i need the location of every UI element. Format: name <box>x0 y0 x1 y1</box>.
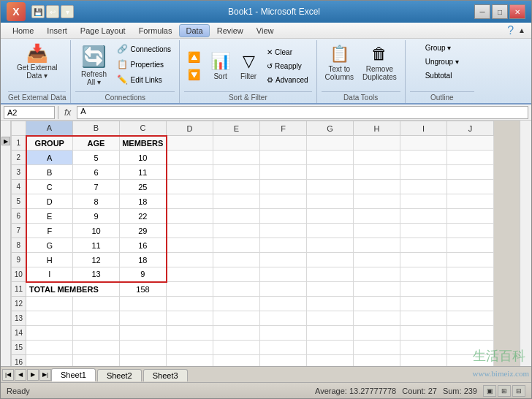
col-header-j[interactable]: J <box>447 121 494 136</box>
table-row[interactable]: 13 <box>73 267 120 282</box>
row-number-8[interactable]: 8 <box>12 238 26 253</box>
page-layout-view-btn[interactable]: ⊞ <box>498 385 511 397</box>
table-row[interactable] <box>400 180 447 194</box>
sheet-tab-sheet3[interactable]: Sheet3 <box>143 369 188 381</box>
table-row[interactable] <box>167 253 213 267</box>
menu-data[interactable]: Data <box>179 24 209 37</box>
table-row[interactable] <box>213 136 260 151</box>
table-row[interactable] <box>447 238 494 253</box>
table-row[interactable] <box>307 151 354 165</box>
table-row[interactable] <box>400 209 447 224</box>
table-row[interactable]: AGE <box>73 136 120 151</box>
reapply-button[interactable]: ↺ Reapply <box>263 60 311 72</box>
table-row[interactable] <box>260 238 307 253</box>
sheet-tab-sheet1[interactable]: Sheet1 <box>51 368 96 381</box>
menu-home[interactable]: Home <box>7 25 39 37</box>
prev-sheet-btn[interactable]: ◀ <box>15 369 26 381</box>
table-row[interactable] <box>167 238 213 253</box>
ungroup-button[interactable]: Ungroup ▾ <box>422 56 463 68</box>
table-row[interactable] <box>447 355 494 367</box>
table-row[interactable] <box>260 180 307 194</box>
table-row[interactable] <box>447 209 494 224</box>
table-row[interactable] <box>167 194 213 209</box>
table-row[interactable] <box>307 297 354 311</box>
table-row[interactable] <box>447 311 494 326</box>
table-row[interactable]: B <box>26 165 73 180</box>
table-row[interactable] <box>447 224 494 238</box>
table-row[interactable] <box>307 209 354 224</box>
table-row[interactable]: 9 <box>73 209 120 224</box>
table-row[interactable] <box>260 151 307 165</box>
table-row[interactable]: GROUP <box>26 136 73 151</box>
table-row[interactable] <box>167 224 213 238</box>
table-row[interactable]: F <box>26 224 73 238</box>
table-row[interactable] <box>400 224 447 238</box>
table-row[interactable] <box>307 136 354 151</box>
table-row[interactable]: 22 <box>120 209 167 224</box>
table-row[interactable] <box>354 341 400 355</box>
table-row[interactable] <box>354 355 400 367</box>
table-row[interactable] <box>213 238 260 253</box>
table-row[interactable] <box>354 224 400 238</box>
table-row[interactable] <box>167 355 213 367</box>
table-row[interactable]: E <box>26 209 73 224</box>
ribbon-toggle[interactable]: ▲ <box>518 26 525 34</box>
row-number-3[interactable]: 3 <box>12 165 26 180</box>
table-row[interactable] <box>167 311 213 326</box>
table-row[interactable] <box>400 282 447 297</box>
table-row[interactable]: 11 <box>73 238 120 253</box>
table-row[interactable] <box>447 136 494 151</box>
last-sheet-btn[interactable]: ▶| <box>39 369 51 381</box>
table-row[interactable] <box>260 282 307 297</box>
table-row[interactable] <box>400 238 447 253</box>
table-row[interactable] <box>307 341 354 355</box>
table-row[interactable]: G <box>26 238 73 253</box>
sort-button[interactable]: 📊 Sort <box>207 49 234 83</box>
table-row[interactable] <box>447 165 494 180</box>
table-row[interactable]: 16 <box>120 238 167 253</box>
table-row[interactable] <box>260 224 307 238</box>
table-row[interactable] <box>447 180 494 194</box>
table-row[interactable] <box>307 180 354 194</box>
maximize-button[interactable]: □ <box>492 4 508 19</box>
table-row[interactable] <box>307 267 354 282</box>
table-row[interactable]: A <box>26 151 73 165</box>
table-row[interactable] <box>447 253 494 267</box>
col-header-e[interactable]: E <box>213 121 260 136</box>
sheet-tab-sheet2[interactable]: Sheet2 <box>97 369 142 381</box>
table-row[interactable] <box>167 180 213 194</box>
table-row[interactable] <box>120 297 167 311</box>
table-row[interactable] <box>26 297 73 311</box>
page-break-view-btn[interactable]: ⊟ <box>512 385 525 397</box>
col-header-d[interactable]: D <box>167 121 213 136</box>
formula-input[interactable]: A <box>77 106 528 119</box>
table-row[interactable]: I <box>26 267 73 282</box>
table-row[interactable] <box>400 326 447 341</box>
menu-view[interactable]: View <box>251 25 280 37</box>
table-row[interactable] <box>307 326 354 341</box>
table-row[interactable] <box>354 180 400 194</box>
table-row[interactable] <box>400 311 447 326</box>
expand-arrow-10[interactable]: ▶ <box>1 137 10 145</box>
table-row[interactable] <box>260 209 307 224</box>
table-row[interactable] <box>307 282 354 297</box>
table-row[interactable] <box>260 165 307 180</box>
row-number-16[interactable]: 16 <box>12 355 26 367</box>
table-row[interactable] <box>354 297 400 311</box>
table-row[interactable] <box>260 253 307 267</box>
name-box[interactable]: A2 <box>4 106 55 119</box>
row-number-4[interactable]: 4 <box>12 180 26 194</box>
table-row[interactable] <box>213 194 260 209</box>
table-row[interactable] <box>213 282 260 297</box>
table-row[interactable]: 18 <box>120 194 167 209</box>
table-row[interactable]: C <box>26 180 73 194</box>
row-number-10[interactable]: 10 <box>12 267 26 282</box>
table-row[interactable] <box>213 355 260 367</box>
table-row[interactable]: 6 <box>73 165 120 180</box>
table-row[interactable] <box>400 151 447 165</box>
table-row[interactable] <box>73 355 120 367</box>
dropdown-quick-btn[interactable]: ▾ <box>61 5 74 18</box>
table-row[interactable] <box>167 282 213 297</box>
table-row[interactable] <box>354 282 400 297</box>
table-row[interactable] <box>167 297 213 311</box>
